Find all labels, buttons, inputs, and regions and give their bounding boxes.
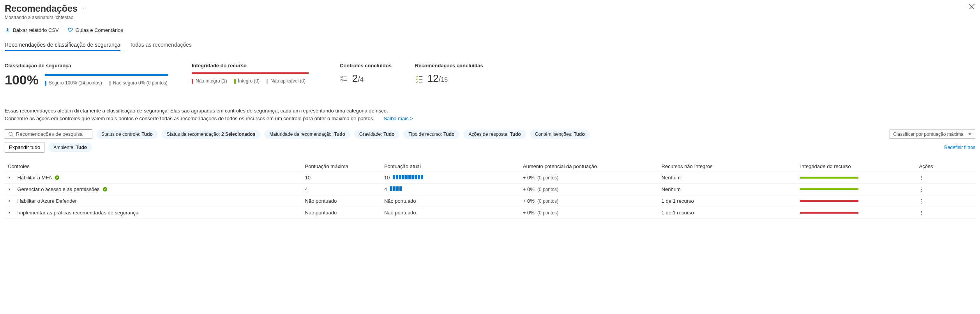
env-pill-value: Tudo xyxy=(76,145,87,150)
pill-value: Tudo xyxy=(574,132,584,137)
tab-security-score-recs[interactable]: Recomendações de classificação de segura… xyxy=(5,42,120,51)
download-csv-label: Baixar relatório CSV xyxy=(13,27,59,33)
controls-completed-count: 2 xyxy=(352,72,358,84)
chevron-down-icon xyxy=(968,132,972,136)
filter-pill-environment[interactable]: Ambiente: Tudo xyxy=(48,143,92,152)
pill-value: Tudo xyxy=(443,132,454,137)
heart-icon xyxy=(67,27,73,33)
control-name: Implementar as práticas recomendadas de … xyxy=(17,210,138,216)
score-bars-icon xyxy=(390,186,402,191)
control-name: Habilitar o Azure Defender xyxy=(17,198,76,204)
col-unhealthy-resources[interactable]: Recursos não íntegros xyxy=(659,161,797,172)
pill-value: Tudo xyxy=(510,132,521,137)
description-line2: Concentre as ações em controles que vale… xyxy=(5,116,374,121)
legend-na: Não aplicável (0) xyxy=(267,78,305,84)
max-score-cell: 4 xyxy=(302,184,381,195)
row-actions-menu[interactable]: ⋮ xyxy=(916,172,975,184)
col-current-score[interactable]: Pontuação atual xyxy=(381,161,520,172)
current-score-cell: 4 xyxy=(381,184,520,195)
score-percent: 100% xyxy=(5,72,39,88)
guides-feedback-label: Guias e Comentários xyxy=(76,27,123,33)
current-score-cell: Não pontuado xyxy=(381,195,520,207)
svg-point-2 xyxy=(9,132,12,135)
expand-all-button[interactable]: Expandir tudo xyxy=(5,142,44,153)
filter-pill-0[interactable]: Status de controle: Tudo xyxy=(96,130,158,139)
expand-row-icon[interactable] xyxy=(8,186,12,192)
table-row[interactable]: Habilitar o Azure Defender Não pontuadoN… xyxy=(5,195,975,207)
col-potential-increase[interactable]: Aumento potencial da pontuação xyxy=(520,161,659,172)
col-resource-health[interactable]: Integridade do recurso xyxy=(797,161,916,172)
expand-row-icon[interactable] xyxy=(8,210,12,216)
col-actions[interactable]: Ações xyxy=(916,161,975,172)
reset-filters-link[interactable]: Redefinir filtros xyxy=(944,145,975,150)
score-bars-icon xyxy=(393,175,423,179)
potential-increase-cell: + 0% (0 pontos) xyxy=(520,184,659,195)
table-row[interactable]: Implementar as práticas recomendadas de … xyxy=(5,207,975,219)
sort-placeholder: Classificar por pontuação máxima xyxy=(893,132,964,137)
unhealthy-cell: 1 de 1 recurso xyxy=(659,207,797,219)
filter-pill-3[interactable]: Gravidade: Tudo xyxy=(354,130,399,139)
max-score-cell: 10 xyxy=(302,172,381,184)
potential-increase-cell: + 0% (0 pontos) xyxy=(520,172,659,184)
search-icon xyxy=(8,132,14,137)
health-bar xyxy=(192,72,309,74)
unhealthy-cell: Nenhum xyxy=(659,184,797,195)
pill-label: Status da recomendação: xyxy=(167,132,221,137)
expand-row-icon[interactable] xyxy=(8,175,12,181)
filter-pill-2[interactable]: Maturidade da recomendação: Tudo xyxy=(264,130,350,139)
close-icon[interactable] xyxy=(968,3,975,10)
row-actions-menu[interactable]: ⋮ xyxy=(916,184,975,195)
recs-total-count: 15 xyxy=(441,76,448,83)
col-max-score[interactable]: Pontuação máxima xyxy=(302,161,381,172)
more-menu-icon[interactable]: ··· xyxy=(81,5,86,12)
download-icon xyxy=(5,27,11,33)
env-pill-label: Ambiente: xyxy=(53,145,74,150)
expand-row-icon[interactable] xyxy=(8,198,12,204)
filter-pill-1[interactable]: Status da recomendação: 2 Selecionados xyxy=(162,130,260,139)
page-title: Recomendações xyxy=(5,3,78,14)
controls-total-count: 4 xyxy=(360,76,364,83)
pill-value: Tudo xyxy=(141,132,152,137)
sort-select[interactable]: Classificar por pontuação máxima xyxy=(890,130,975,139)
row-actions-menu[interactable]: ⋮ xyxy=(916,195,975,207)
pill-value: Tudo xyxy=(334,132,345,137)
table-row[interactable]: Habilitar a MFA 1010+ 0% (0 pontos)Nenhu… xyxy=(5,172,975,184)
unhealthy-cell: Nenhum xyxy=(659,172,797,184)
recs-completed-label: Recomendações concluídas xyxy=(415,63,483,68)
filter-pill-4[interactable]: Tipo de recurso: Tudo xyxy=(403,130,459,139)
tab-all-recs[interactable]: Todas as recomendações xyxy=(130,42,192,51)
pill-value: Tudo xyxy=(383,132,394,137)
col-controls[interactable]: Controles xyxy=(5,161,302,172)
checklist-icon xyxy=(340,74,348,83)
check-badge-icon xyxy=(101,186,108,192)
legend-secure: Seguro 100% (14 pontos) xyxy=(45,80,102,86)
health-label: Integridade do recurso xyxy=(192,63,316,68)
unhealthy-cell: 1 de 1 recurso xyxy=(659,195,797,207)
pill-label: Ações de resposta: xyxy=(468,132,510,137)
learn-more-link[interactable]: Saiba mais > xyxy=(383,116,413,121)
filter-pill-6[interactable]: Contém isenções: Tudo xyxy=(530,130,590,139)
pill-label: Status de controle: xyxy=(101,132,141,137)
checklist-done-icon xyxy=(415,74,424,83)
download-csv-button[interactable]: Baixar relatório CSV xyxy=(5,27,59,33)
max-score-cell: Não pontuado xyxy=(302,207,381,219)
control-name: Habilitar a MFA xyxy=(17,175,51,181)
pill-label: Contém isenções: xyxy=(535,132,574,137)
search-input[interactable]: Recomendações de pesquisa xyxy=(5,129,92,139)
description-line1: Essas recomendações afetam diretamente a… xyxy=(5,107,975,115)
health-bar-cell xyxy=(800,177,858,179)
filter-pill-5[interactable]: Ações de resposta: Tudo xyxy=(463,130,526,139)
guides-feedback-button[interactable]: Guias e Comentários xyxy=(67,27,123,33)
potential-increase-cell: + 0% (0 pontos) xyxy=(520,195,659,207)
recs-completed-count: 12 xyxy=(427,72,439,84)
row-actions-menu[interactable]: ⋮ xyxy=(916,207,975,219)
score-label: Classificação de segurança xyxy=(5,63,168,68)
score-bar xyxy=(45,74,168,76)
table-row[interactable]: Gerenciar o acesso e as permissões 44+ 0… xyxy=(5,184,975,195)
current-score-cell: 10 xyxy=(381,172,520,184)
svg-rect-1 xyxy=(341,79,343,81)
current-score-cell: Não pontuado xyxy=(381,207,520,219)
health-bar-cell xyxy=(800,212,858,214)
pill-value: 2 Selecionados xyxy=(221,132,255,137)
pill-label: Maturidade da recomendação: xyxy=(269,132,334,137)
